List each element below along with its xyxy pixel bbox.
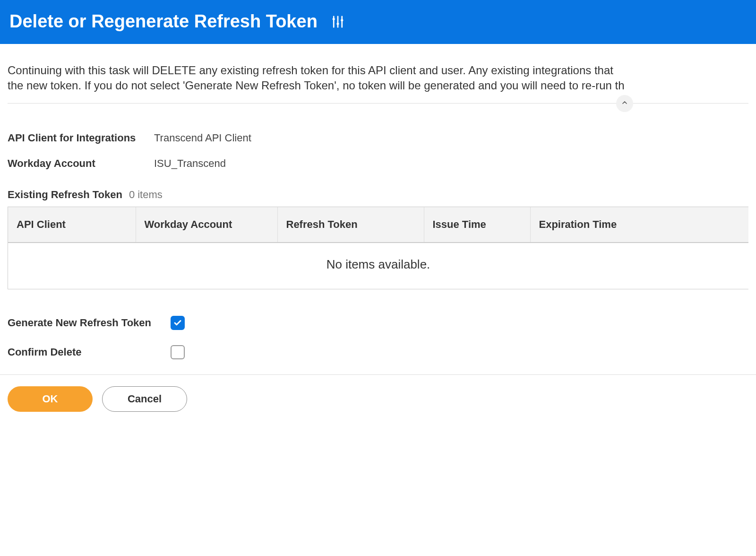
footer-actions: OK Cancel <box>0 374 756 423</box>
table-item-count: 0 items <box>129 189 163 201</box>
collapse-toggle[interactable] <box>616 95 633 112</box>
option-generate-row: Generate New Refresh Token <box>8 316 748 330</box>
table-title: Existing Refresh Token <box>8 189 122 201</box>
table-header-row: Existing Refresh Token 0 items <box>8 189 748 201</box>
existing-token-section: Existing Refresh Token 0 items API Clien… <box>8 189 748 289</box>
warning-line-2: the new token. If you do not select 'Gen… <box>8 78 748 93</box>
table-empty-message: No items available. <box>8 243 748 289</box>
col-refresh-token: Refresh Token <box>277 207 424 243</box>
section-divider <box>8 103 748 104</box>
table-empty-row: No items available. <box>8 243 748 289</box>
refresh-token-table: API Client Workday Account Refresh Token… <box>8 207 748 289</box>
svg-rect-3 <box>333 18 335 20</box>
page-title: Delete or Regenerate Refresh Token <box>9 11 318 32</box>
col-workday-account: Workday Account <box>136 207 277 243</box>
col-expiration-time: Expiration Time <box>530 207 748 243</box>
option-confirm-row: Confirm Delete <box>8 345 748 359</box>
svg-rect-5 <box>341 19 343 21</box>
generate-new-token-checkbox[interactable] <box>171 316 185 330</box>
field-label-workday-account: Workday Account <box>8 157 154 170</box>
field-api-client: API Client for Integrations Transcend AP… <box>8 132 748 144</box>
warning-line-1: Continuing with this task will DELETE an… <box>8 63 748 78</box>
field-label-api-client: API Client for Integrations <box>8 132 154 144</box>
svg-rect-4 <box>336 23 339 25</box>
table-container: API Client Workday Account Refresh Token… <box>8 207 748 289</box>
ok-button[interactable]: OK <box>8 386 93 412</box>
confirm-delete-checkbox[interactable] <box>171 345 185 359</box>
settings-sliders-icon[interactable] <box>331 15 345 29</box>
field-value-workday-account: ISU_Transcend <box>154 157 226 170</box>
options-section: Generate New Refresh Token Confirm Delet… <box>8 316 748 359</box>
page-header: Delete or Regenerate Refresh Token <box>0 0 756 44</box>
cancel-button[interactable]: Cancel <box>102 386 187 412</box>
chevron-up-icon <box>621 99 628 108</box>
col-issue-time: Issue Time <box>424 207 530 243</box>
warning-message: Continuing with this task will DELETE an… <box>8 44 748 103</box>
col-api-client: API Client <box>8 207 136 243</box>
table-head-row: API Client Workday Account Refresh Token… <box>8 207 748 243</box>
confirm-delete-label: Confirm Delete <box>8 346 171 358</box>
generate-new-token-label: Generate New Refresh Token <box>8 317 171 329</box>
content-area: Continuing with this task will DELETE an… <box>0 44 756 359</box>
field-workday-account: Workday Account ISU_Transcend <box>8 157 748 170</box>
field-value-api-client: Transcend API Client <box>154 132 251 144</box>
